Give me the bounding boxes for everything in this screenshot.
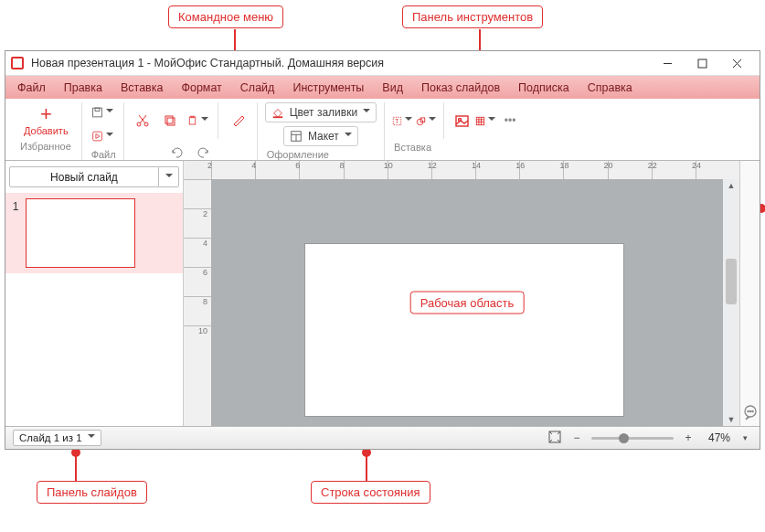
svg-rect-12 <box>167 118 175 125</box>
layout-button[interactable]: Макет <box>283 126 358 146</box>
svg-rect-1 <box>698 59 707 68</box>
svg-point-31 <box>747 410 748 411</box>
svg-rect-25 <box>476 117 483 124</box>
canvas-viewport: 24 68 1012 1416 1820 2224 2 46 810 Рабоч… <box>184 161 739 426</box>
save-button[interactable] <box>91 102 113 122</box>
canvas[interactable]: Рабочая область <box>211 179 723 426</box>
shape-button[interactable] <box>416 111 436 131</box>
menubar: Файл Правка Вставка Формат Слайд Инструм… <box>5 76 760 99</box>
app-window: Новая презентация 1 - МойОфис Стандартны… <box>5 50 760 450</box>
menu-help[interactable]: Справка <box>579 76 641 99</box>
callout-toolbar: Панель инструментов <box>402 5 543 28</box>
menu-file[interactable]: Файл <box>9 76 54 99</box>
group-favorites-label: Избранное <box>18 138 74 154</box>
callout-slides: Панель слайдов <box>37 481 147 504</box>
fill-color-label: Цвет заливки <box>290 106 357 119</box>
new-slide-button[interactable]: Новый слайд <box>9 166 159 187</box>
svg-line-10 <box>139 115 145 123</box>
scroll-down-icon[interactable]: ▼ <box>723 413 739 426</box>
app-icon <box>11 57 24 69</box>
image-button[interactable] <box>452 111 472 131</box>
svg-rect-11 <box>165 116 173 123</box>
menu-slide[interactable]: Слайд <box>232 76 283 99</box>
menu-tools[interactable]: Инструменты <box>284 76 372 99</box>
svg-line-9 <box>140 115 146 123</box>
thumbnails: 1 <box>5 193 183 426</box>
menu-insert[interactable]: Вставка <box>112 76 171 99</box>
menu-format[interactable]: Формат <box>173 76 229 99</box>
svg-point-32 <box>749 410 750 411</box>
vertical-scrollbar[interactable]: ▲ ▼ <box>723 179 739 426</box>
callout-status: Строка состояния <box>311 481 430 504</box>
fill-color-button[interactable]: Цвет заливки <box>265 102 377 122</box>
copy-button[interactable] <box>159 111 181 131</box>
menu-subscription[interactable]: Подписка <box>510 76 578 99</box>
cut-button[interactable] <box>132 111 154 131</box>
play-button[interactable] <box>91 126 113 146</box>
slides-panel: Новый слайд 1 <box>5 161 184 426</box>
brush-button[interactable] <box>228 111 250 131</box>
slide-indicator[interactable]: Слайд 1 из 1 <box>13 430 101 446</box>
slide-preview <box>26 198 135 268</box>
redo-button[interactable] <box>193 143 215 163</box>
more-button[interactable]: ••• <box>499 111 521 131</box>
undo-button[interactable] <box>165 143 187 163</box>
menu-show[interactable]: Показ слайдов <box>413 76 508 99</box>
plus-icon: + <box>40 104 52 124</box>
workarea: Новый слайд 1 24 68 1012 1416 1820 2224 … <box>5 161 760 426</box>
fit-button[interactable] <box>547 430 562 447</box>
maximize-button[interactable] <box>685 51 719 75</box>
zoom-in-button[interactable]: + <box>681 431 696 445</box>
slide-thumb-1[interactable]: 1 <box>5 193 183 273</box>
add-button-label: Добавить <box>24 125 69 136</box>
paste-button[interactable] <box>186 111 208 131</box>
zoom-thumb[interactable] <box>619 433 629 443</box>
scroll-thumb[interactable] <box>726 259 737 304</box>
titlebar: Новая презентация 1 - МойОфис Стандартны… <box>5 51 760 76</box>
statusbar: Слайд 1 из 1 − + 47% ▾ <box>5 426 760 449</box>
zoom-dropdown[interactable]: ▾ <box>738 431 752 445</box>
vertical-ruler: 2 46 810 <box>184 179 211 426</box>
window-title: Новая презентация 1 - МойОфис Стандартны… <box>31 57 650 69</box>
callout-command-menu: Командное меню <box>168 5 283 28</box>
menu-edit[interactable]: Правка <box>56 76 111 99</box>
horizontal-ruler: 24 68 1012 1416 1820 2224 <box>211 161 739 179</box>
svg-text:T: T <box>395 117 398 123</box>
close-button[interactable] <box>719 51 754 75</box>
slide-canvas[interactable] <box>304 243 624 417</box>
minimize-button[interactable] <box>650 51 685 75</box>
sidebar <box>739 161 760 426</box>
add-button[interactable]: + Добавить <box>18 102 74 138</box>
ribbon: + Добавить Избранное Файл <box>5 99 760 161</box>
zoom-slider[interactable] <box>591 437 674 440</box>
slide-number: 1 <box>9 198 22 268</box>
group-insert-label: Вставка <box>392 139 521 155</box>
svg-point-33 <box>751 410 752 411</box>
svg-rect-5 <box>95 108 100 111</box>
zoom-out-button[interactable]: − <box>569 431 584 445</box>
menu-view[interactable]: Вид <box>374 76 411 99</box>
scroll-up-icon[interactable]: ▲ <box>723 179 739 192</box>
zoom-value: 47% <box>708 431 730 444</box>
layout-label: Макет <box>308 130 339 143</box>
callout-workarea: Рабочая область <box>410 292 525 314</box>
new-slide-dropdown[interactable] <box>159 166 179 187</box>
textbox-button[interactable]: T <box>392 111 412 131</box>
svg-rect-4 <box>93 108 102 117</box>
svg-rect-6 <box>93 132 102 141</box>
comments-icon[interactable] <box>742 404 759 420</box>
table-button[interactable] <box>475 111 495 131</box>
